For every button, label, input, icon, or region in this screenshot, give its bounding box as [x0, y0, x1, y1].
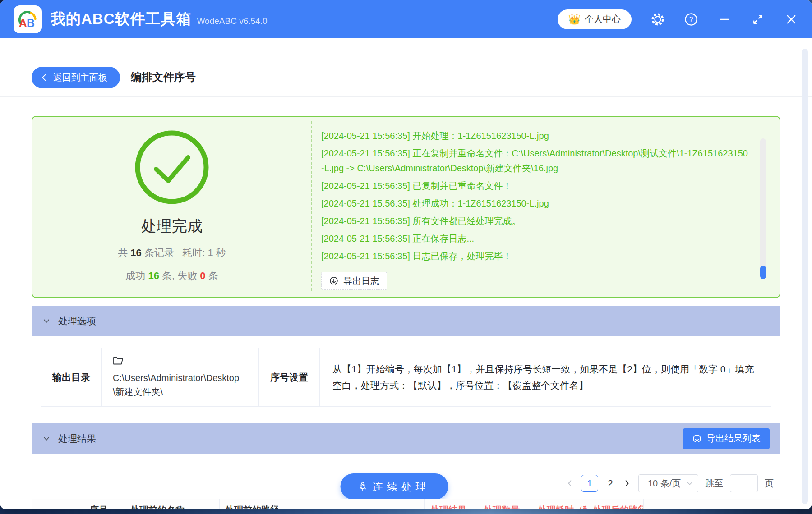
table-header-blank: [32, 499, 84, 509]
filter-icon[interactable]: [470, 507, 472, 509]
continue-process-label: 连续处理: [373, 480, 430, 494]
sort-caret-icon[interactable]: [523, 506, 526, 509]
app-version: WodeABC v6.54.0: [197, 16, 268, 26]
page-scrollbar[interactable]: [802, 49, 808, 504]
minimize-icon: [719, 14, 730, 25]
output-dir-label: 输出目录: [41, 348, 102, 406]
chevron-down-icon: [42, 317, 51, 325]
log-line: [2024-05-21 15:56:35] 正在复制并重命名文件：C:\User…: [321, 146, 748, 176]
folder-icon: [113, 355, 124, 365]
download-icon: [329, 276, 339, 286]
gear-icon: [651, 13, 664, 26]
page-header-row: 返回到主面板 编排文件序号: [0, 38, 812, 97]
success-mid: 条, 失败: [162, 270, 197, 281]
back-button-label: 返回到主面板: [53, 72, 107, 84]
output-dir-value: C:\Users\Administrator\Desktop\新建文件夹\: [113, 373, 239, 397]
minimize-button[interactable]: [717, 12, 732, 27]
page-size-value: 10 条/页: [648, 477, 681, 490]
close-icon: [785, 13, 798, 26]
elapsed-time: 耗时: 1 秒: [182, 247, 226, 258]
log-line: [2024-05-21 15:56:35] 日志已保存，处理完毕！: [321, 249, 748, 264]
section-header-options[interactable]: 处理选项: [32, 306, 780, 336]
table-header-filler: [644, 499, 780, 509]
user-center-button[interactable]: 👑 个人中心: [558, 9, 632, 29]
help-icon: ?: [684, 13, 698, 26]
jump-page-input[interactable]: [730, 474, 758, 492]
jump-page-suffix: 页: [765, 477, 774, 490]
results-body: 连续处理 1 2 10 条/页: [32, 454, 780, 509]
page-size-select[interactable]: 10 条/页: [638, 474, 698, 492]
success-panel: 处理完成 共 16 条记录 耗时: 1 秒 成功 16 条, 失败 0 条 [2…: [32, 116, 780, 298]
table-header-name-before: 处理前的名称: [125, 499, 220, 509]
table-header-index: 序号: [84, 499, 125, 509]
chevron-down-icon: [42, 435, 51, 443]
settings-button[interactable]: [651, 12, 665, 27]
log-scrollbar-thumb[interactable]: [760, 266, 766, 279]
log-scrollbar[interactable]: [760, 138, 766, 279]
log-line: [2024-05-21 15:56:35] 处理成功：1-1Z615162315…: [321, 196, 748, 211]
serial-settings-label: 序号设置: [259, 348, 320, 406]
total-count: 16: [130, 247, 141, 258]
table-header-elapsed[interactable]: 处理耗时（秒）: [532, 499, 587, 509]
table-header-path-before: 处理前的路径: [220, 499, 425, 509]
svg-text:A: A: [19, 17, 27, 29]
pagination: 1 2 10 条/页 跳至 页: [565, 474, 774, 492]
results-section-title: 处理结果: [58, 432, 96, 445]
chevron-left-icon: [41, 73, 47, 82]
next-page-button[interactable]: [623, 479, 632, 488]
table-header-count[interactable]: 处理数量: [478, 499, 532, 509]
section-header-results[interactable]: 处理结果 导出结果列表: [32, 423, 780, 454]
log-line: [2024-05-21 15:56:35] 开始处理：1-1Z615162315…: [321, 128, 748, 143]
export-results-label: 导出结果列表: [706, 432, 761, 445]
resize-button[interactable]: [751, 12, 765, 27]
success-prefix: 成功: [125, 270, 145, 281]
output-dir-cell: C:\Users\Administrator\Desktop\新建文件夹\: [102, 348, 259, 406]
crown-icon: 👑: [568, 14, 581, 25]
log-pane: [2024-05-21 15:56:35] 开始处理：1-1Z615162315…: [311, 121, 780, 291]
help-button[interactable]: ?: [684, 12, 698, 27]
rocket-icon: [357, 481, 369, 493]
svg-text:?: ?: [689, 15, 693, 23]
export-log-button[interactable]: 导出日志: [321, 272, 387, 290]
continue-process-button[interactable]: 连续处理: [341, 473, 448, 500]
table-header-result[interactable]: 处理结果: [425, 499, 478, 509]
page-title: 编排文件序号: [131, 70, 196, 88]
chevron-left-icon: [566, 479, 573, 488]
log-line: [2024-05-21 15:56:35] 所有文件都已经处理完成。: [321, 214, 748, 229]
fail-count: 0: [200, 270, 205, 281]
check-circle-icon: [134, 129, 210, 205]
user-center-label: 个人中心: [585, 13, 621, 25]
back-button[interactable]: 返回到主面板: [32, 67, 120, 88]
log-line: [2024-05-21 15:56:35] 正在保存日志...: [321, 231, 748, 246]
log-line: [2024-05-21 15:56:35] 已复制并已重命名文件！: [321, 179, 748, 193]
options-table: 输出目录 C:\Users\Administrator\Desktop\新建文件…: [41, 348, 771, 407]
close-button[interactable]: [784, 12, 798, 27]
options-section-title: 处理选项: [58, 315, 96, 327]
total-suffix: 条记录: [144, 247, 174, 258]
svg-text:B: B: [27, 17, 35, 29]
chevron-down-icon: [686, 480, 693, 487]
page-button-2[interactable]: 2: [605, 475, 616, 492]
prev-page-button[interactable]: [565, 479, 574, 488]
export-results-button[interactable]: 导出结果列表: [683, 428, 770, 449]
status-title: 处理完成: [141, 216, 203, 237]
app-logo: A B: [14, 5, 42, 33]
stats-result-line: 成功 16 条, 失败 0 条: [125, 269, 218, 283]
app-window: A B 我的ABC软件工具箱 WodeABC v6.54.0 👑 个人中心: [0, 0, 812, 509]
stats-total-line: 共 16 条记录 耗时: 1 秒: [118, 246, 226, 260]
chevron-right-icon: [623, 479, 631, 488]
app-title: 我的ABC软件工具箱: [51, 9, 192, 29]
success-count: 16: [148, 270, 159, 281]
fail-suffix: 条: [208, 270, 218, 281]
serial-settings-desc: 从【1】开始编号，每次加【1】，并且保持序号长短一致，如果不足【2】位，则使用「…: [320, 348, 771, 406]
main-content: 处理完成 共 16 条记录 耗时: 1 秒 成功 16 条, 失败 0 条 [2…: [0, 97, 812, 509]
success-circle: [134, 129, 210, 205]
page-button-1[interactable]: 1: [581, 475, 598, 492]
total-prefix: 共: [118, 247, 128, 258]
export-log-label: 导出日志: [343, 275, 379, 287]
download-icon: [692, 434, 702, 444]
options-body: 输出目录 C:\Users\Administrator\Desktop\新建文件…: [32, 336, 780, 418]
resize-icon: [752, 13, 764, 26]
window-titlebar: A B 我的ABC软件工具箱 WodeABC v6.54.0 👑 个人中心: [0, 0, 812, 38]
jump-to-label: 跳至: [705, 477, 723, 490]
